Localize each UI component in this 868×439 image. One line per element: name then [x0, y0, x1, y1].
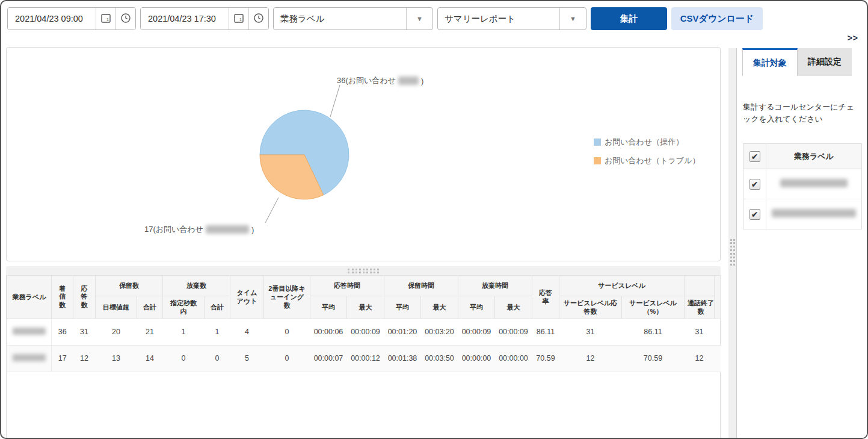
- collapse-sidebar-link[interactable]: >>: [848, 33, 858, 43]
- settings-sidebar: 集計対象 詳細設定 集計するコールセンターにチェックを入れてください ✔ 業務ラ…: [736, 48, 868, 439]
- col-header-hold-max: 最大: [421, 296, 458, 319]
- sidebar-tabs: 集計対象 詳細設定: [737, 48, 868, 76]
- col-header-hold-avg: 平均: [384, 296, 421, 319]
- row-label-redacted: [7, 319, 52, 345]
- group-header-service-level: サービスレベル: [559, 276, 685, 296]
- pie-label-slice-17: 17(お問い合わせ ): [144, 224, 254, 235]
- start-datetime-input[interactable]: [8, 8, 96, 30]
- col-header-second-queue: 2番目以降キューイング数: [264, 276, 310, 319]
- app-window: 1 1 業務ラベル ▼: [0, 0, 868, 439]
- check-icon: ✔: [751, 179, 759, 189]
- chart-legend: お問い合わせ（操作） お問い合わせ（トラブル）: [594, 137, 700, 166]
- vertical-splitter-grip[interactable]: [730, 239, 735, 266]
- start-time-button[interactable]: [115, 8, 135, 30]
- calendar-icon: 1: [233, 12, 245, 26]
- col-header-abandon-max: 最大: [495, 296, 532, 319]
- row-label-redacted: [766, 169, 862, 199]
- tab-detail-settings[interactable]: 詳細設定: [798, 48, 852, 76]
- col-header-abandon-total: 合計: [205, 296, 230, 319]
- report-type-select[interactable]: サマリーレポート ▼: [437, 7, 586, 30]
- col-header-sl-percent: サービスレベル（%）: [622, 296, 685, 319]
- clock-icon: [120, 12, 132, 26]
- csv-download-button[interactable]: CSVダウンロード: [671, 7, 763, 30]
- group-header-answer-time: 応答時間: [310, 276, 384, 296]
- start-datetime-group: 1: [7, 7, 136, 30]
- col-header-answered: 応答数: [73, 276, 96, 319]
- chart-panel: 36(お問い合わせ ) 17(お問い合わせ ) お問い合わせ（操作） お問い合わ…: [6, 47, 721, 261]
- chevron-down-icon: ▼: [416, 15, 423, 22]
- group-header-empty: [685, 276, 715, 296]
- checkbox-table-header-label: 業務ラベル: [766, 144, 862, 169]
- legend-swatch-orange: [594, 157, 601, 164]
- group-header-hold-time: 保留時間: [384, 276, 458, 296]
- aggregate-button[interactable]: 集計: [591, 7, 667, 30]
- check-icon: ✔: [751, 152, 759, 161]
- chevron-down-icon: ▼: [570, 15, 576, 22]
- clock-icon: [253, 12, 265, 26]
- check-icon: ✔: [751, 210, 759, 219]
- svg-text:1: 1: [239, 17, 242, 22]
- sidebar-instruction-text: 集計するコールセンターにチェックを入れてください: [743, 101, 862, 125]
- redacted-text: [398, 76, 419, 85]
- toolbar: 1 1 業務ラベル ▼: [7, 7, 763, 30]
- calendar-icon: 1: [100, 12, 112, 26]
- col-header-abandon-within-sec: 指定秒数内: [163, 296, 205, 319]
- end-datetime-input[interactable]: [141, 8, 229, 30]
- horizontal-splitter: [6, 266, 721, 275]
- end-time-button[interactable]: [248, 8, 268, 30]
- col-header-hold-over-target: 目標値超: [96, 296, 137, 319]
- col-header-call-ended: 通話終了数: [685, 296, 715, 319]
- group-header-abandon-count: 放棄数: [163, 276, 230, 296]
- table-row: 36 31 20 21 1 1 4 0 00:00:06 00:00:09 00…: [7, 319, 721, 345]
- callcenter-checkbox-table: ✔ 業務ラベル ✔ ✔: [743, 143, 862, 229]
- col-header-sl-answered: サービスレベル応答数: [559, 296, 622, 319]
- tab-aggregate-target[interactable]: 集計対象: [742, 48, 798, 76]
- group-by-select-value: 業務ラベル: [274, 8, 406, 30]
- report-table: 業務ラベル 着信数 応答数 保留数 放棄数 タイムアウト 2番目以降キューイング…: [7, 275, 721, 372]
- redacted-text: [206, 225, 249, 234]
- col-header-abandon-avg: 平均: [458, 296, 495, 319]
- col-header-answer-max: 最大: [347, 296, 384, 319]
- end-datetime-group: 1: [140, 7, 269, 30]
- row-checkbox[interactable]: ✔: [749, 179, 760, 190]
- select-all-checkbox[interactable]: ✔: [749, 151, 760, 162]
- col-header-answer-rate: 応答率: [532, 276, 559, 319]
- col-header-hold-total: 合計: [137, 296, 163, 319]
- group-header-abandon-time: 放棄時間: [458, 276, 532, 296]
- report-table-panel: 業務ラベル 着信数 応答数 保留数 放棄数 タイムアウト 2番目以降キューイング…: [6, 275, 721, 439]
- col-header-answer-avg: 平均: [310, 296, 347, 319]
- report-type-select-value: サマリーレポート: [438, 8, 559, 30]
- svg-text:1: 1: [106, 17, 109, 22]
- legend-item-operation[interactable]: お問い合わせ（操作）: [594, 137, 700, 148]
- row-label-redacted: [766, 199, 862, 229]
- row-checkbox[interactable]: ✔: [749, 209, 760, 220]
- col-header-timeout: タイムアウト: [230, 276, 264, 319]
- end-calendar-button[interactable]: 1: [229, 8, 248, 30]
- table-row: 17 12 13 14 0 0 5 0 00:00:07 00:00:12 00…: [7, 345, 721, 372]
- row-label-redacted: [7, 345, 52, 372]
- legend-item-trouble[interactable]: お問い合わせ（トラブル）: [594, 155, 700, 166]
- col-header-business-label: 業務ラベル: [7, 276, 52, 319]
- pie-label-slice-36: 36(お問い合わせ ): [337, 75, 423, 86]
- horizontal-splitter-grip[interactable]: [348, 269, 379, 273]
- legend-swatch-blue: [594, 139, 601, 146]
- list-item: ✔: [743, 169, 862, 199]
- start-calendar-button[interactable]: 1: [96, 8, 115, 30]
- list-item: ✔: [743, 199, 862, 229]
- pie-chart: [259, 110, 349, 200]
- group-header-hold-count: 保留数: [96, 276, 163, 296]
- col-header-incoming: 着信数: [52, 276, 73, 319]
- vertical-splitter: [728, 48, 736, 439]
- group-by-select[interactable]: 業務ラベル ▼: [273, 7, 433, 30]
